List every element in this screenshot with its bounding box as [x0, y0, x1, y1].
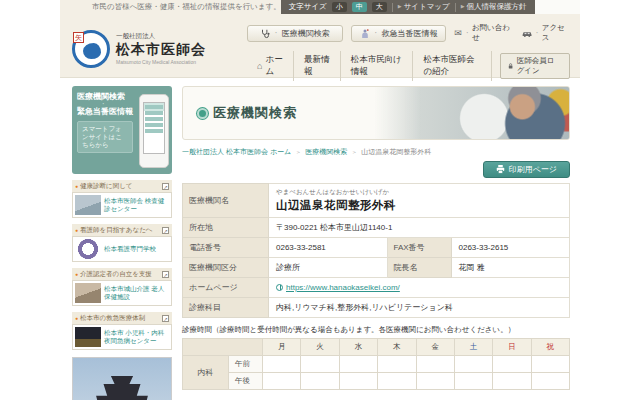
section-title-emergency[interactable]: 松本市の救急医療体制 ↗ [72, 312, 172, 324]
contact-link[interactable]: ✉ ・ お問い合わせ [454, 23, 513, 43]
building-thumbnail [75, 195, 101, 215]
link-card-care-facility[interactable]: 松本市城山介護 老人保健施設 [72, 280, 172, 306]
hours-cell [301, 356, 339, 373]
hours-cell [531, 356, 569, 373]
page-title: 医療機関検索 [213, 104, 297, 122]
org-type: 一般社団法人 [116, 32, 206, 41]
emblem-char: 矢 [73, 32, 84, 43]
address-label: 所在地 [183, 218, 269, 238]
main-navigation: ⌂ ホーム 最新情報 松本市民向け情報 松本市医師会の紹介 医師会員ログイン [247, 51, 570, 81]
emergency-duty-button[interactable]: ・ 救急当番医情報 [351, 25, 447, 42]
category-label: 医療機関区分 [183, 258, 269, 278]
print-page-button[interactable]: 印刷用ページ [483, 161, 570, 178]
font-size-small-button[interactable]: 小 [332, 2, 347, 12]
hours-cell [339, 373, 377, 390]
font-size-large-button[interactable]: 大 [372, 2, 387, 12]
nav-citizen-info-label: 松本市民向け情報 [351, 54, 403, 78]
dept-name: 内科 [183, 356, 229, 390]
emergency-doctor-icon [360, 28, 370, 39]
member-login-button[interactable]: 医師会員ログイン [500, 53, 570, 79]
nav-news-label: 最新情報 [304, 54, 330, 78]
contact-label: お問い合わせ [472, 23, 514, 43]
external-link-icon: ↗ [162, 315, 169, 322]
medical-search-button[interactable]: ・ 医療機関検索 [247, 25, 343, 42]
link-separator-dot: ・ [464, 29, 470, 38]
font-size-medium-button[interactable]: 中 [352, 2, 367, 12]
period-am: 午前 [229, 356, 263, 373]
title-bullet-icon [197, 108, 208, 119]
hours-cell [416, 373, 454, 390]
section-title-label: 松本市の救急医療体制 [80, 314, 145, 322]
facility-name-cell: やまべおんせんはなおかせいけいげか 山辺温泉花岡整形外科 [269, 184, 570, 218]
table-row: 月 火 水 木 金 土 日 祝 [183, 339, 570, 356]
director-label: 院長名 [387, 258, 451, 278]
day-tue: 火 [301, 339, 339, 356]
hours-corner-cell [183, 339, 263, 356]
title-wrap: 医療機関検索 [183, 104, 297, 122]
link-card-nursing-school[interactable]: 松本看護専門学校 [72, 236, 172, 262]
sidebar-section-emergency: 松本市の救急医療体制 ↗ 松本市 小児科・内科 夜間急病センター [72, 312, 172, 350]
lock-icon [508, 62, 513, 70]
nav-home[interactable]: ⌂ ホーム [247, 51, 293, 81]
day-sat: 土 [454, 339, 492, 356]
car-icon [522, 29, 532, 38]
breadcrumb: 一般社団法人 松本市医師会 ホーム ＞ 医療機関検索 ＞ 山辺温泉花岡整形外科 [182, 147, 570, 157]
hours-cell [378, 356, 416, 373]
stethoscope-icon [260, 28, 270, 39]
section-title-nursing[interactable]: 看護師を目指すあなたへ ↗ [72, 224, 172, 236]
association-logo[interactable]: 矢 一般社団法人 松本市医師会 Matsumoto City Medical A… [72, 20, 247, 77]
breadcrumb-home[interactable]: 一般社団法人 松本市医師会 ホーム [182, 147, 291, 157]
privacy-policy-link[interactable]: 個人情報保護方針 [461, 2, 527, 12]
button-separator-dot: ・ [273, 29, 279, 38]
external-link-icon: ↗ [162, 271, 169, 278]
address-value: 〒390-0221 松本市里山辺1140-1 [269, 218, 570, 238]
tel-value: 0263-33-2581 [269, 238, 388, 258]
logo-text: 一般社団法人 松本市医師会 Matsumoto City Medical Ass… [116, 32, 206, 65]
departments-label: 診療科目 [183, 298, 269, 318]
fax-label: FAX番号 [387, 238, 451, 258]
hours-cell [454, 356, 492, 373]
globe-icon [276, 284, 283, 291]
link-card-kensa-center[interactable]: 松本市医師会 検査健診センター [72, 192, 172, 218]
header-right: ・ 医療機関検索 ・ 救急当番医情報 ✉ ・ お問い合わせ ・ アクセス [247, 20, 570, 77]
matsumoto-castle-image [85, 376, 159, 400]
section-title-care[interactable]: 介護認定者の自立を支援 ↗ [72, 268, 172, 280]
external-link-icon: ↗ [162, 227, 169, 234]
link-card-label: 松本市城山介護 老人保健施設 [104, 285, 169, 301]
table-row: 医療機関名 やまべおんせんはなおかせいけいげか 山辺温泉花岡整形外科 [183, 184, 570, 218]
sitemap-link[interactable]: サイトマップ [398, 2, 450, 12]
nav-about[interactable]: 松本市医師会の紹介 [412, 51, 492, 81]
sidebar: 医療機関検索 ・ 緊急当番医情報 スマートフォンサイトはこちらから 健康診断に関… [72, 86, 172, 400]
nav-citizen-info[interactable]: 松本市民向け情報 [340, 51, 413, 81]
period-pm: 午後 [229, 373, 263, 390]
main-column: 医療機関検索 一般社団法人 松本市医師会 ホーム ＞ 医療機関検索 ＞ 山辺温泉… [182, 86, 570, 400]
link-card-label: 松本市医師会 検査健診センター [104, 197, 169, 213]
hours-cell [339, 356, 377, 373]
day-wed: 水 [339, 339, 377, 356]
top-strip-spacer [535, 0, 580, 14]
citizen-info-banner[interactable]: 松本市民向け情報 [72, 357, 172, 400]
quick-access-row: ・ 医療機関検索 ・ 救急当番医情報 ✉ ・ お問い合わせ ・ アクセス [247, 23, 570, 43]
link-card-label: 松本看護専門学校 [104, 245, 156, 253]
table-row: ホームページ https://www.hanaokaseikei.com/ [183, 278, 570, 298]
link-card-night-emergency-center[interactable]: 松本市 小児科・内科 夜間急病センター [72, 324, 172, 350]
breadcrumb-search[interactable]: 医療機関検索 [305, 147, 347, 157]
nav-home-label: ホーム [265, 54, 283, 78]
table-row: 所在地 〒390-0221 松本市里山辺1140-1 [183, 218, 570, 238]
sidebar-section-nursing: 看護師を目指すあなたへ ↗ 松本看護専門学校 [72, 224, 172, 262]
mail-icon: ✉ [454, 28, 462, 38]
site-header: 矢 一般社団法人 松本市医師会 Matsumoto City Medical A… [60, 14, 580, 78]
access-link[interactable]: ・ アクセス [522, 23, 570, 43]
building-thumbnail [75, 283, 101, 303]
director-value: 花岡 雅 [451, 258, 570, 278]
sidebar-section-care: 介護認定者の自立を支援 ↗ 松本市城山介護 老人保健施設 [72, 268, 172, 306]
hours-cell [378, 373, 416, 390]
nav-news[interactable]: 最新情報 [293, 51, 340, 81]
printer-icon [496, 165, 505, 174]
smartphone-graphic [139, 94, 169, 168]
smartphone-site-banner[interactable]: 医療機関検索 ・ 緊急当番医情報 スマートフォンサイトはこちらから [72, 86, 172, 174]
section-title-health-check[interactable]: 健康診断に関して ↗ [72, 180, 172, 192]
website-link[interactable]: https://www.hanaokaseikei.com/ [276, 283, 400, 292]
print-row: 印刷用ページ [182, 161, 570, 178]
org-name: 松本市医師会 [116, 41, 206, 59]
